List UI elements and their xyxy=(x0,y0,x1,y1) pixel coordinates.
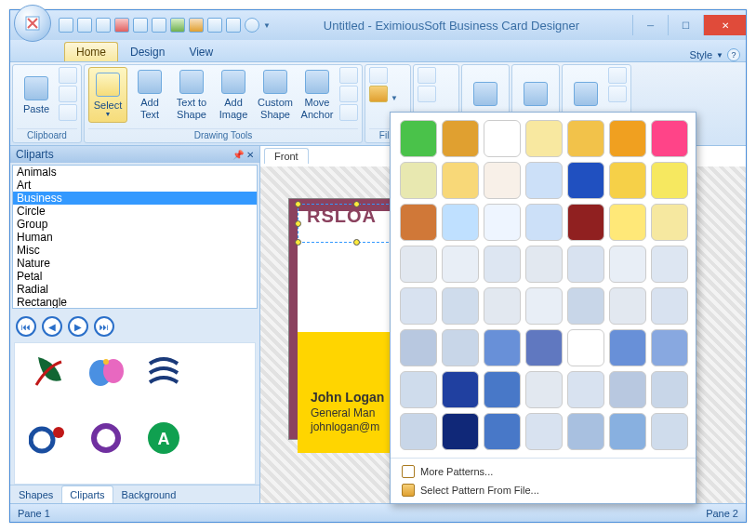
qat-print-icon[interactable] xyxy=(152,18,166,33)
side-tab-shapes[interactable]: Shapes xyxy=(10,485,61,503)
pattern-swatch[interactable] xyxy=(651,287,688,325)
clipart-thumb[interactable] xyxy=(137,349,192,393)
pattern-swatch[interactable] xyxy=(400,162,437,199)
pattern-swatch[interactable] xyxy=(525,246,563,283)
pattern-swatch[interactable] xyxy=(609,371,646,408)
category-item[interactable]: Rectangle xyxy=(13,296,257,309)
qat-pdf-icon[interactable] xyxy=(114,18,129,33)
pattern-swatch[interactable] xyxy=(400,287,437,325)
more-patterns-item[interactable]: More Patterns... xyxy=(398,462,688,481)
card-name-text[interactable]: John Logan xyxy=(311,390,384,405)
category-item[interactable]: Art xyxy=(13,179,257,192)
nav-last-icon[interactable]: ⏭ xyxy=(94,316,114,337)
pattern-swatch[interactable] xyxy=(567,371,604,408)
pattern-swatch[interactable] xyxy=(609,246,646,283)
copy-icon[interactable] xyxy=(59,86,77,102)
fill-pattern-icon[interactable] xyxy=(369,86,388,102)
card-role-text[interactable]: General Man xyxy=(311,406,375,419)
pen-tool-icon[interactable] xyxy=(339,104,358,121)
pattern-swatch[interactable] xyxy=(567,162,604,199)
app-menu-button[interactable] xyxy=(14,5,51,42)
style-dropdown-icon[interactable]: ▼ xyxy=(716,51,723,60)
outline-style-icon[interactable] xyxy=(418,86,436,102)
pattern-swatch[interactable] xyxy=(525,329,563,366)
pattern-swatch[interactable] xyxy=(484,329,521,366)
qat-new-icon[interactable] xyxy=(59,18,73,33)
pattern-swatch[interactable] xyxy=(651,162,688,199)
category-item[interactable]: Petal xyxy=(13,270,257,283)
pattern-swatch[interactable] xyxy=(609,162,646,199)
category-item[interactable]: Animals xyxy=(13,166,257,179)
category-item[interactable]: Radial xyxy=(13,283,257,296)
qat-upload-icon[interactable] xyxy=(207,18,222,33)
pattern-swatch[interactable] xyxy=(442,371,479,408)
pattern-swatch[interactable] xyxy=(525,287,563,325)
fill-dropdown-icon[interactable]: ▼ xyxy=(391,94,398,102)
pattern-swatch[interactable] xyxy=(484,162,521,199)
selection-handle[interactable] xyxy=(295,201,301,207)
pattern-swatch[interactable] xyxy=(484,371,521,408)
pattern-swatch[interactable] xyxy=(442,287,479,325)
pattern-swatch[interactable] xyxy=(484,246,521,283)
delete-icon[interactable] xyxy=(59,104,77,121)
curve-tool-icon[interactable] xyxy=(339,86,358,102)
move-anchor-button[interactable]: Move Anchor xyxy=(298,67,337,123)
selection-handle[interactable] xyxy=(295,220,301,227)
paste-button[interactable]: Paste xyxy=(17,67,56,123)
pattern-swatch[interactable] xyxy=(400,371,437,408)
side-tab-background[interactable]: Background xyxy=(113,485,185,503)
pattern-swatch[interactable] xyxy=(567,413,604,450)
pattern-swatch[interactable] xyxy=(400,246,437,283)
maximize-button[interactable]: ☐ xyxy=(668,15,703,35)
category-item[interactable]: Human xyxy=(13,231,257,244)
add-text-button[interactable]: Add Text xyxy=(130,67,169,123)
category-item[interactable]: Business xyxy=(13,192,257,205)
clipart-thumb[interactable] xyxy=(79,349,134,393)
pattern-swatch[interactable] xyxy=(525,371,563,408)
pattern-swatch[interactable] xyxy=(651,246,688,283)
category-item[interactable]: Misc xyxy=(13,244,257,257)
qat-help-icon[interactable] xyxy=(245,18,259,33)
pattern-swatch[interactable] xyxy=(442,120,479,157)
category-item[interactable]: Group xyxy=(13,218,257,231)
pattern-from-file-item[interactable]: Select Pattern From File... xyxy=(398,481,688,499)
custom-shape-button[interactable]: Custom Shape xyxy=(256,67,295,123)
pattern-swatch[interactable] xyxy=(442,162,479,199)
pattern-swatch[interactable] xyxy=(651,120,688,157)
qat-cart-icon[interactable] xyxy=(226,18,241,33)
pattern-swatch[interactable] xyxy=(442,413,479,450)
pattern-swatch[interactable] xyxy=(400,329,437,366)
pattern-swatch[interactable] xyxy=(567,246,604,283)
pattern-swatch[interactable] xyxy=(609,287,646,325)
panel-pin-icon[interactable]: 📌 xyxy=(232,150,244,160)
pattern-swatch[interactable] xyxy=(442,329,479,366)
pattern-swatch[interactable] xyxy=(525,204,563,241)
pattern-swatch[interactable] xyxy=(400,413,437,450)
pattern-swatch[interactable] xyxy=(609,204,646,241)
selection-handle[interactable] xyxy=(353,239,360,246)
pattern-swatch[interactable] xyxy=(609,120,646,157)
pattern-swatch[interactable] xyxy=(442,246,479,283)
document-tab-front[interactable]: Front xyxy=(264,148,309,164)
qat-undo-icon[interactable] xyxy=(170,18,185,33)
qat-save-icon[interactable] xyxy=(96,18,111,33)
pattern-swatch[interactable] xyxy=(651,329,688,366)
qat-dropdown-icon[interactable]: ▼ xyxy=(263,21,271,30)
pattern-swatch[interactable] xyxy=(567,120,604,157)
group-icon[interactable] xyxy=(608,86,627,102)
add-image-button[interactable]: Add Image xyxy=(214,67,253,123)
minimize-button[interactable]: ─ xyxy=(632,15,668,35)
nav-prev-icon[interactable]: ◀ xyxy=(42,316,62,337)
select-button[interactable]: Select▼ xyxy=(88,67,127,123)
pattern-swatch[interactable] xyxy=(525,413,563,450)
clipart-thumb[interactable]: A xyxy=(137,416,192,460)
pattern-swatch[interactable] xyxy=(400,120,437,157)
panel-close-icon[interactable]: ✕ xyxy=(246,150,254,160)
pattern-swatch[interactable] xyxy=(651,204,688,241)
align-icon[interactable] xyxy=(608,67,627,84)
nav-next-icon[interactable]: ▶ xyxy=(68,316,88,337)
pattern-swatch[interactable] xyxy=(651,413,688,450)
category-item[interactable]: Circle xyxy=(13,205,257,218)
pattern-swatch[interactable] xyxy=(525,162,563,199)
tab-home[interactable]: Home xyxy=(64,42,118,61)
